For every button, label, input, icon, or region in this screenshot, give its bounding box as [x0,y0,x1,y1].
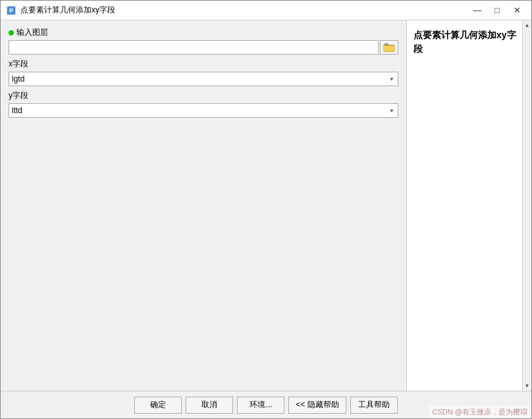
content-area: 输入图层 [1,20,531,391]
tool-help-button[interactable]: 工具帮助 [350,397,398,414]
right-panel: 点要素计算几何添加xy字段 ▲ ▼ [406,20,531,391]
minimize-button[interactable]: — [468,3,487,18]
folder-icon [383,43,395,52]
window-controls: — □ ✕ [468,3,526,18]
y-field-wrapper: lttd [9,103,398,118]
title-bar: P 点要素计算几何添加xy字段 — □ ✕ [1,1,531,20]
confirm-button[interactable]: 确定 [134,397,182,414]
bottom-bar: 确定 取消 环境... << 隐藏帮助 工具帮助 CSDN @有玉微凉，是为樱瑁 [1,391,531,418]
input-layer-label: 输入图层 [9,27,398,38]
svg-rect-3 [383,45,395,51]
x-field-wrapper: lgtd [9,72,398,86]
browse-button[interactable] [380,40,398,55]
y-field-label: y字段 [9,90,398,101]
app-icon: P [6,5,16,16]
right-panel-title: 点要素计算几何添加xy字段 [413,28,525,56]
main-panel: 输入图层 [1,20,406,391]
y-field-group: y字段 lttd [9,90,398,118]
window-title: 点要素计算几何添加xy字段 [20,5,468,16]
y-field-select[interactable]: lttd [9,103,398,118]
scroll-down-arrow[interactable]: ▼ [523,381,531,391]
x-field-group: x字段 lgtd [9,59,398,86]
input-layer-field[interactable] [9,40,379,55]
svg-text:P: P [9,7,13,14]
close-button[interactable]: ✕ [508,3,526,18]
env-button[interactable]: 环境... [237,397,284,414]
x-field-select[interactable]: lgtd [9,72,398,86]
scroll-up-arrow[interactable]: ▲ [523,20,531,30]
main-window: P 点要素计算几何添加xy字段 — □ ✕ 输入图层 [0,0,532,419]
x-field-label: x字段 [9,59,398,70]
empty-space [9,122,398,391]
input-layer-row [9,40,398,55]
input-layer-group: 输入图层 [9,27,398,55]
hide-help-button[interactable]: << 隐藏帮助 [288,397,346,414]
maximize-button[interactable]: □ [488,3,506,18]
cancel-button[interactable]: 取消 [186,397,233,414]
status-dot [9,30,14,36]
watermark: CSDN @有玉微凉，是为樱瑁 [429,406,531,418]
right-panel-scrollbar[interactable]: ▲ ▼ [522,20,531,391]
